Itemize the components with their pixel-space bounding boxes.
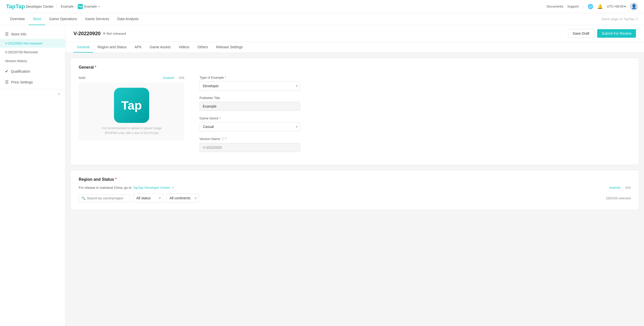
bell-icon[interactable]: 🔔 bbox=[597, 4, 603, 9]
region-count: 169/169 selected bbox=[606, 196, 631, 200]
tab-game-operations[interactable]: Game Operations bbox=[45, 13, 81, 25]
status-filter-wrapper: All status Available Unavailable ▾ bbox=[133, 194, 163, 203]
genre-select-wrapper: Casual Action RPG Strategy Puzzle ▾ bbox=[199, 122, 300, 131]
type-select-wrapper: Developer Publisher Both ▾ bbox=[199, 81, 300, 90]
region-header: Region and Status * bbox=[79, 177, 631, 182]
publisher-input[interactable] bbox=[199, 102, 300, 111]
tab-store[interactable]: Store bbox=[29, 13, 45, 25]
version-name-info-icon[interactable]: ⓘ bbox=[221, 137, 224, 141]
logo: TapTap Developer Center bbox=[6, 3, 54, 10]
tab-apk[interactable]: APK bbox=[131, 42, 145, 53]
header-right: Documents Support | 🌐 🔔 UTC+08:00 ▾ 👤 bbox=[547, 3, 638, 11]
main-nav: Overview Store Game Operations Game Serv… bbox=[0, 13, 644, 25]
region-filters: 🔍 All status Available Unavailable ▾ All… bbox=[79, 194, 631, 203]
tab-general[interactable]: General bbox=[73, 42, 93, 53]
icon-preview: Tap bbox=[114, 88, 149, 123]
search-input[interactable] bbox=[87, 196, 127, 200]
china-developer-center-link[interactable]: TapTap Developer Center bbox=[133, 186, 170, 190]
genre-label: Game Genre * bbox=[199, 116, 300, 120]
region-android-link[interactable]: Android bbox=[609, 186, 620, 190]
continent-filter-wrapper: All continents Asia Europe Americas Afri… bbox=[166, 194, 199, 203]
header-actions: Save Draft Submit For Review bbox=[568, 29, 636, 38]
logo-sub: Developer Center bbox=[26, 5, 54, 9]
icon-preview-text: Tap bbox=[121, 99, 142, 112]
genre-field: Game Genre * Casual Action RPG Strategy … bbox=[199, 116, 300, 131]
publisher-field: Publisher Title bbox=[199, 96, 300, 111]
version-name-label: Version Name ⓘ * bbox=[199, 137, 300, 141]
sidebar-section-price: ☰ Price Settings bbox=[0, 77, 65, 87]
logo-text: TapTap bbox=[6, 3, 25, 10]
sidebar-item-version-history[interactable]: Version History bbox=[0, 57, 65, 65]
type-field: Type of Example * Developer Publisher Bo… bbox=[199, 76, 300, 90]
status-text: Not released bbox=[106, 32, 126, 35]
region-section: Region and Status * For release in mainl… bbox=[70, 170, 639, 210]
tab-videos[interactable]: Videos bbox=[175, 42, 193, 53]
china-release-note: For release in mainland China, go to Tap… bbox=[79, 186, 631, 190]
icon-and-form: Icon Android | iOS Tap It is recommended… bbox=[79, 76, 631, 158]
version-title-area: V-20220920 Not released bbox=[73, 31, 126, 36]
sidebar-item-v20220920[interactable]: V-20220920 Not released bbox=[0, 39, 65, 48]
tab-game-assets[interactable]: Game Assets bbox=[146, 42, 174, 53]
sidebar-section-qualification: ✔ Qualification bbox=[0, 66, 65, 76]
sidebar-item-price-settings[interactable]: ☰ Price Settings bbox=[0, 77, 65, 87]
tab-others[interactable]: Others bbox=[194, 42, 212, 53]
status-filter[interactable]: All status Available Unavailable bbox=[133, 194, 163, 203]
sidebar-item-qualification[interactable]: ✔ Qualification bbox=[0, 66, 65, 76]
breadcrumb-example1[interactable]: Example bbox=[61, 5, 74, 8]
main-layout: ☰ Store Info V-20220920 Not released V-2… bbox=[0, 25, 644, 326]
type-select[interactable]: Developer Publisher Both bbox=[199, 81, 300, 90]
region-ios-link[interactable]: iOS bbox=[625, 186, 631, 190]
icon-android-link[interactable]: Android bbox=[163, 76, 174, 80]
general-section-title: General * bbox=[79, 65, 631, 70]
icon-upload-column: Icon Android | iOS Tap It is recommended… bbox=[79, 76, 184, 158]
save-draft-button[interactable]: Save Draft bbox=[568, 29, 594, 38]
top-header: TapTap Developer Center Example › Tap Ex… bbox=[0, 0, 644, 13]
version-number: V-20220920 bbox=[73, 31, 101, 36]
icon-hint: It is recommended to upload a square ima… bbox=[102, 126, 161, 135]
sidebar-item-qualification-label: Qualification bbox=[11, 69, 30, 73]
continent-filter[interactable]: All continents Asia Europe Americas Afri… bbox=[166, 194, 199, 203]
price-icon: ☰ bbox=[5, 80, 9, 84]
submit-review-button[interactable]: Submit For Review bbox=[597, 29, 636, 38]
sub-tabs: General Region and Status APK Game Asset… bbox=[65, 42, 644, 53]
search-icon: 🔍 bbox=[82, 196, 86, 200]
sidebar-collapse-button[interactable]: « bbox=[0, 89, 65, 99]
timezone-selector[interactable]: UTC+08:00 ▾ bbox=[607, 5, 626, 8]
avatar[interactable]: 👤 bbox=[630, 3, 638, 11]
sidebar-section-store-info: ☰ Store Info V-20220920 Not released V-2… bbox=[0, 29, 65, 65]
breadcrumb-icon: Tap bbox=[78, 4, 83, 9]
tab-game-services[interactable]: Game Services bbox=[81, 13, 113, 25]
form-fields-column: Type of Example * Developer Publisher Bo… bbox=[199, 76, 300, 158]
globe-icon[interactable]: 🌐 bbox=[588, 4, 593, 9]
general-section: General * Icon Android | iOS bbox=[70, 58, 639, 165]
version-name-input bbox=[199, 143, 300, 152]
publisher-label: Publisher Title bbox=[199, 96, 300, 100]
general-required-marker: * bbox=[95, 65, 96, 70]
icon-ios-link[interactable]: iOS bbox=[179, 76, 184, 80]
region-title: Region and Status * bbox=[79, 177, 117, 182]
breadcrumb-example2[interactable]: Example bbox=[84, 5, 97, 8]
tab-overview[interactable]: Overview bbox=[6, 13, 29, 25]
game-page-link[interactable]: Game page on TapTap ⓘ bbox=[601, 17, 638, 21]
documents-link[interactable]: Documents bbox=[547, 5, 563, 8]
tab-release-settings[interactable]: Release Settings bbox=[213, 42, 246, 53]
tab-data-analysis[interactable]: Data Analysis bbox=[113, 13, 143, 25]
icon-upload-area[interactable]: Tap It is recommended to upload a square… bbox=[79, 83, 184, 141]
sidebar-item-v20220726[interactable]: V-20220726 Removed bbox=[0, 48, 65, 57]
status-badge: Not released bbox=[103, 32, 126, 35]
type-label: Type of Example * bbox=[199, 76, 300, 79]
sidebar: ☰ Store Info V-20220920 Not released V-2… bbox=[0, 25, 65, 326]
status-dot bbox=[103, 32, 105, 34]
search-box: 🔍 bbox=[79, 194, 130, 202]
main-content: V-20220920 Not released Save Draft Submi… bbox=[65, 25, 644, 326]
sidebar-item-price-label: Price Settings bbox=[11, 80, 33, 84]
tab-region-status[interactable]: Region and Status bbox=[94, 42, 130, 53]
sidebar-item-store-info[interactable]: ☰ Store Info bbox=[0, 29, 65, 39]
breadcrumb-arrow: ▾ bbox=[98, 5, 100, 8]
region-platform-links: Android | iOS bbox=[609, 186, 631, 190]
support-link[interactable]: Support bbox=[567, 5, 579, 8]
breadcrumb-separator: › bbox=[75, 5, 76, 8]
header-left: TapTap Developer Center Example › Tap Ex… bbox=[6, 3, 100, 10]
genre-select[interactable]: Casual Action RPG Strategy Puzzle bbox=[199, 122, 300, 131]
version-name-field: Version Name ⓘ * bbox=[199, 137, 300, 152]
